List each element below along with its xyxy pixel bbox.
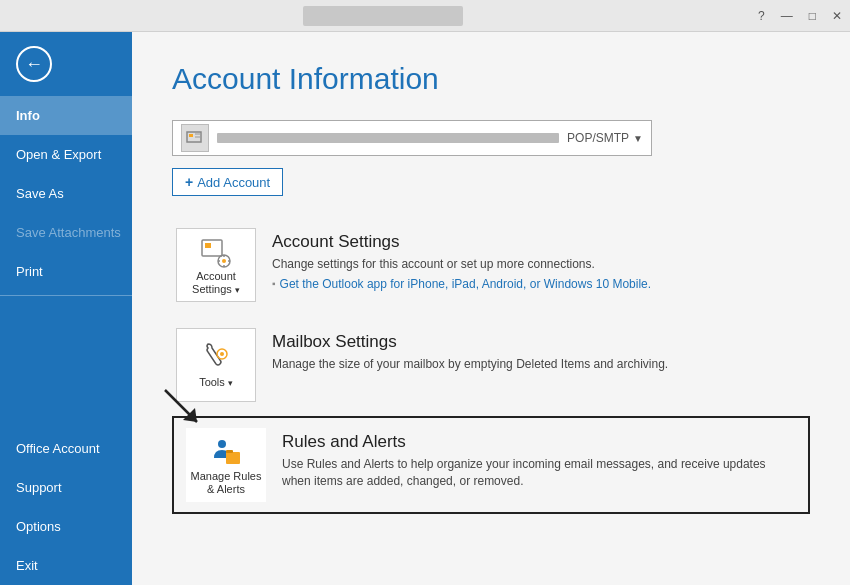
sidebar-item-print[interactable]: Print [0,252,132,291]
title-bar-center [8,6,758,26]
back-button[interactable]: ← [0,32,132,96]
mailbox-settings-desc: Manage the size of your mailbox by empty… [272,356,806,373]
sidebar-item-save-as[interactable]: Save As [0,174,132,213]
tools-icon-label: Tools ▾ [199,376,233,389]
link-icon: ▪ [272,278,276,289]
mailbox-settings-title: Mailbox Settings [272,332,806,352]
action-cards: AccountSettings ▾ Account Settings Chang… [172,216,810,514]
account-type-label: POP/SMTP [567,131,629,145]
title-bar-input-placeholder [303,6,463,26]
sidebar-nav: Info Open & Export Save As Save Attachme… [0,96,132,291]
svg-point-14 [218,440,226,448]
account-settings-title: Account Settings [272,232,806,252]
content-area: Account Information POP/SMTP ▼ + [132,32,850,585]
account-name-placeholder [217,133,559,143]
back-circle-icon: ← [16,46,52,82]
svg-rect-16 [226,450,233,453]
account-settings-desc: Change settings for this account or set … [272,256,806,273]
sidebar-divider [0,295,132,296]
app-container: ← Info Open & Export Save As Save Attach… [0,32,850,585]
sidebar-item-info[interactable]: Info [0,96,132,135]
plus-icon: + [185,174,193,190]
sidebar-bottom-nav: Office Account Support Options Exit [0,429,132,585]
account-icon [181,124,209,152]
account-dropdown[interactable]: POP/SMTP ▼ [172,120,652,156]
manage-rules-icon [208,434,244,470]
sidebar-item-exit[interactable]: Exit [0,546,132,585]
account-selector[interactable]: POP/SMTP ▼ [172,120,810,156]
svg-rect-15 [226,452,240,464]
page-title: Account Information [172,62,810,96]
manage-rules-icon-label: Manage Rules& Alerts [191,470,262,496]
close-button[interactable]: ✕ [832,9,842,23]
svg-rect-5 [205,243,211,248]
add-account-button[interactable]: + Add Account [172,168,283,196]
account-settings-content: Account Settings Change settings for thi… [272,228,806,291]
sidebar-item-save-attachments: Save Attachments [0,213,132,252]
mailbox-settings-content: Mailbox Settings Manage the size of your… [272,328,806,377]
sidebar-item-support[interactable]: Support [0,468,132,507]
svg-rect-1 [189,134,193,137]
mailbox-settings-icon-box[interactable]: Tools ▾ [176,328,256,402]
mailbox-settings-card: Tools ▾ Mailbox Settings Manage the size… [172,316,810,414]
dropdown-arrow-icon: ▼ [633,133,643,144]
sidebar-item-options[interactable]: Options [0,507,132,546]
account-settings-icon [198,234,234,270]
sidebar-item-open-export[interactable]: Open & Export [0,135,132,174]
svg-point-7 [222,259,226,263]
tools-icon [198,340,234,376]
rules-alerts-title: Rules and Alerts [282,432,796,452]
svg-point-13 [220,352,224,356]
account-settings-icon-label: AccountSettings ▾ [192,270,240,296]
account-settings-icon-box[interactable]: AccountSettings ▾ [176,228,256,302]
rules-alerts-card: Manage Rules& Alerts Rules and Alerts Us… [172,416,810,514]
sidebar: ← Info Open & Export Save As Save Attach… [0,32,132,585]
outlook-app-link[interactable]: Get the Outlook app for iPhone, iPad, An… [280,277,652,291]
add-account-label: Add Account [197,175,270,190]
title-bar: ? — □ ✕ [0,0,850,32]
minimize-button[interactable]: — [781,9,793,23]
rules-alerts-desc: Use Rules and Alerts to help organize yo… [282,456,796,490]
maximize-button[interactable]: □ [809,9,816,23]
sidebar-item-office-account[interactable]: Office Account [0,429,132,468]
help-button[interactable]: ? [758,9,765,23]
title-bar-controls[interactable]: ? — □ ✕ [758,9,842,23]
account-settings-card: AccountSettings ▾ Account Settings Chang… [172,216,810,314]
rules-alerts-icon-box[interactable]: Manage Rules& Alerts [186,428,266,502]
rules-alerts-content: Rules and Alerts Use Rules and Alerts to… [282,428,796,494]
